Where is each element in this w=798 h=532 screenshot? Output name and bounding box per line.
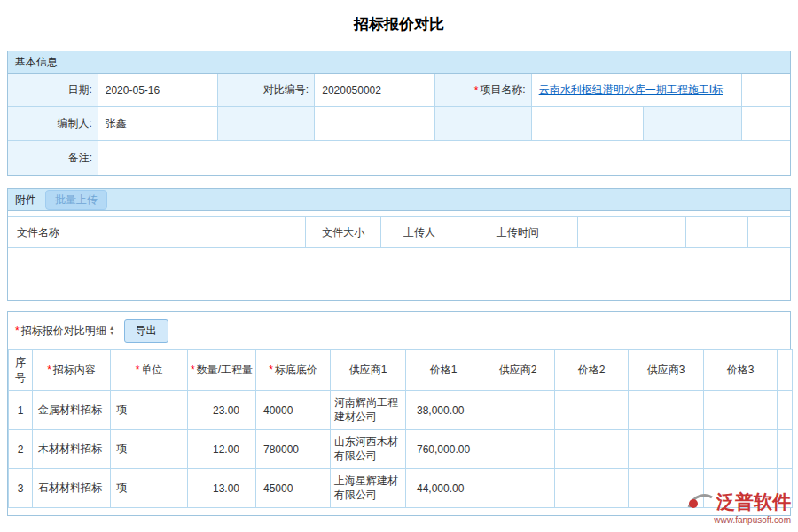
- form-row-3: 备注:: [8, 141, 790, 175]
- remark-label: 备注:: [68, 151, 92, 166]
- required-mark: *: [191, 364, 195, 376]
- empty-header-cell: [578, 217, 631, 247]
- detail-section: * 招标报价对比明细 ▲ ▼ 导出 序号 *招标内容 *单位 *数量/工程量 *…: [7, 311, 791, 516]
- remark-label-cell: 备注:: [8, 141, 98, 175]
- cell-base-price: 40000: [256, 391, 331, 430]
- cell-price3: [704, 391, 778, 430]
- col-unit: *单位: [111, 350, 188, 391]
- cell-base-price: 45000: [256, 469, 331, 508]
- attachments-section: 附件 批量上传 文件名称 文件大小 上传人 上传时间: [7, 188, 791, 301]
- detail-bottom-spacer: [8, 508, 790, 515]
- fanpu-website: www.fanpusoft.com: [686, 515, 791, 525]
- attachments-empty-body: [8, 248, 790, 300]
- cell-supplier3: [629, 391, 704, 430]
- empty-cell: [532, 107, 645, 140]
- cell-price2: [555, 391, 629, 430]
- project-name-link[interactable]: 云南水利枢纽潜明水库一期工程施工I标: [539, 82, 723, 98]
- attachments-section-header: 附件 批量上传: [8, 189, 790, 211]
- date-label-cell: 日期:: [8, 74, 98, 106]
- cell-price3: [704, 430, 778, 469]
- compare-no-value-cell: 2020050002: [315, 74, 435, 106]
- cell-trailing: [778, 391, 793, 430]
- basic-info-section-header: 基本信息: [8, 51, 790, 74]
- compare-no-label: 对比编号:: [263, 82, 309, 98]
- cell-content: 石材材料招标: [33, 469, 111, 508]
- cell-seq: 3: [9, 469, 33, 508]
- detail-header-row: 序号 *招标内容 *单位 *数量/工程量 *标底底价 供应商1 价格1 供应商2…: [9, 350, 793, 391]
- fanpu-logo-icon: [686, 490, 713, 514]
- fanpu-logo: 泛普软件 www.fanpusoft.com: [686, 489, 791, 525]
- cell-price1: 760,000.00: [406, 430, 481, 469]
- cell-supplier1: 山东河西木材有限公司: [331, 430, 406, 469]
- cell-price1: 44,000.00: [406, 469, 481, 508]
- cell-supplier2: [481, 391, 555, 430]
- cell-qty: 13.00: [188, 469, 256, 508]
- col-base-price: *标底底价: [256, 350, 331, 391]
- col-seq: 序号: [9, 350, 33, 391]
- col-price1-label: 价格1: [430, 364, 458, 376]
- required-mark: *: [269, 364, 273, 376]
- project-name-label: 项目名称:: [480, 82, 525, 98]
- attachments-title: 附件: [15, 192, 36, 207]
- cell-content: 金属材料招标: [33, 391, 111, 430]
- upload-time-header-label: 上传时间: [497, 225, 539, 240]
- cell-price2: [555, 469, 629, 508]
- required-mark: *: [136, 364, 140, 376]
- cell-price1: 38,000.00: [406, 391, 481, 430]
- author-label-cell: 编制人:: [8, 107, 98, 140]
- empty-label-cell: [218, 107, 315, 140]
- attachments-table-header: 文件名称 文件大小 上传人 上传时间: [8, 216, 790, 248]
- cell-seq: 1: [9, 391, 33, 430]
- detail-title: 招标报价对比明细: [21, 324, 106, 339]
- uploader-header-label: 上传人: [403, 225, 435, 240]
- col-supplier1-label: 供应商1: [349, 364, 387, 376]
- cell-unit: 项: [111, 469, 188, 508]
- col-price3: 价格3: [704, 350, 778, 391]
- col-unit-label: 单位: [141, 364, 162, 376]
- fanpu-logo-text: 泛普软件: [716, 489, 791, 514]
- empty-header-cell: [630, 217, 686, 247]
- cell-supplier2: [481, 430, 555, 469]
- detail-toolbar: * 招标报价对比明细 ▲ ▼ 导出: [8, 312, 790, 349]
- cell-qty: 12.00: [188, 430, 256, 469]
- required-mark: *: [47, 364, 51, 376]
- table-row: 1 金属材料招标 项 23.00 40000 河南辉尚工程建材公司 38,000…: [9, 391, 793, 430]
- basic-info-section: 基本信息 日期: 2020-05-16 对比编号: 2020050002 * 项…: [7, 51, 791, 176]
- date-value-cell: 2020-05-16: [98, 74, 219, 106]
- col-supplier3: 供应商3: [629, 350, 704, 391]
- col-base-price-label: 标底底价: [275, 364, 317, 376]
- batch-upload-button[interactable]: 批量上传: [45, 190, 107, 210]
- col-supplier3-label: 供应商3: [647, 364, 685, 376]
- page-title: 招标报价对比: [0, 0, 798, 51]
- compare-no-label-cell: 对比编号:: [218, 74, 315, 106]
- cell-unit: 项: [111, 430, 188, 469]
- col-supplier2: 供应商2: [481, 350, 555, 391]
- empty-label-cell: [435, 107, 532, 140]
- file-name-header-label: 文件名称: [17, 225, 59, 240]
- col-supplier1: 供应商1: [331, 350, 406, 391]
- sort-down-icon: ▼: [109, 331, 115, 336]
- remark-value-cell: [98, 141, 790, 175]
- empty-header-cell: [686, 217, 748, 247]
- cell-qty: 23.00: [188, 391, 256, 430]
- cell-base-price: 780000: [256, 430, 331, 469]
- cell-supplier3: [629, 430, 704, 469]
- cell-trailing: [778, 430, 793, 469]
- export-button[interactable]: 导出: [124, 319, 168, 343]
- date-label: 日期:: [67, 82, 91, 98]
- cell-content: 木材材料招标: [33, 430, 111, 469]
- col-content: *招标内容: [33, 350, 111, 391]
- sort-spinner-icon[interactable]: ▲ ▼: [109, 325, 115, 336]
- empty-label-cell: [644, 107, 742, 140]
- date-value: 2020-05-16: [106, 84, 160, 97]
- uploader-header: 上传人: [381, 217, 458, 247]
- empty-cell: [742, 107, 790, 140]
- col-price2: 价格2: [555, 350, 629, 391]
- author-value-cell: 张鑫: [98, 107, 219, 140]
- file-size-header: 文件大小: [306, 217, 381, 247]
- col-qty-label: 数量/工程量: [197, 364, 253, 376]
- required-mark: *: [15, 325, 20, 337]
- compare-no-value: 2020050002: [322, 84, 381, 97]
- cell-seq: 2: [9, 430, 33, 469]
- table-row: 2 木材材料招标 项 12.00 780000 山东河西木材有限公司 760,0…: [9, 430, 793, 469]
